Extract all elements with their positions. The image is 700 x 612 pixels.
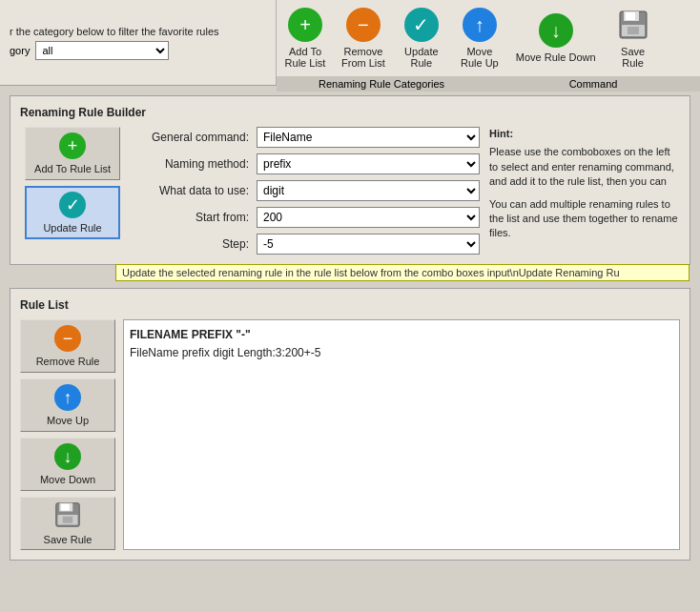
svg-rect-2 — [626, 12, 635, 20]
start-from-row: Start from: 200 — [134, 207, 480, 228]
move-rule-up-toolbar-button[interactable]: ↑ MoveRule Up — [451, 4, 508, 72]
remove-rule-button[interactable]: − Remove Rule — [20, 319, 115, 373]
move-up-btn-icon: ↑ — [54, 384, 81, 411]
save-rule-btn-label: Save Rule — [44, 534, 93, 545]
general-command-label: General command: — [134, 131, 249, 144]
move-up-label: Move Up — [47, 415, 89, 426]
update-rule-btn-label: Update Rule — [43, 222, 101, 234]
toolbar-commands-group: + Add ToRule List − RemoveFrom List ✓ Up… — [277, 0, 700, 85]
save-rule-toolbar-button[interactable]: SaveRule — [605, 4, 662, 72]
move-rule-down-toolbar-button[interactable]: ↓ Move Rule Down — [508, 10, 604, 67]
add-icon: + — [288, 8, 322, 42]
move-down-icon: ↓ — [539, 13, 573, 48]
move-rule-down-label: Move Rule Down — [516, 51, 596, 63]
move-down-label: Move Down — [40, 474, 95, 485]
hint-text-1: Please use the comboboxes on the left to… — [489, 145, 680, 189]
move-rule-up-label: MoveRule Up — [461, 46, 499, 69]
what-data-row: What data to use: digit — [134, 180, 480, 201]
update-btn-icon: ✓ — [59, 192, 86, 218]
builder-body: + Add To Rule List ✓ Update Rule General… — [20, 127, 680, 255]
start-from-label: Start from: — [134, 211, 249, 224]
move-up-button[interactable]: ↑ Move Up — [20, 378, 115, 432]
add-to-rule-list-label: Add ToRule List — [285, 46, 326, 69]
filter-row: gory all — [10, 41, 266, 60]
command-label: Command — [486, 76, 700, 92]
toolbar-section-labels: Renaming Rule Categories Command — [277, 76, 700, 92]
remove-icon: − — [346, 8, 381, 42]
rule-list-section: Rule List − Remove Rule ↑ Move Up ↓ Move… — [10, 288, 690, 561]
rule-list-buttons: − Remove Rule ↑ Move Up ↓ Move Down — [20, 319, 115, 550]
svg-rect-4 — [628, 27, 639, 34]
rule-entry: FILENAME PREFIX "-" — [130, 326, 673, 344]
rule-list-body: − Remove Rule ↑ Move Up ↓ Move Down — [20, 319, 680, 550]
hint-text-2: You can add multiple renaming rules to t… — [489, 197, 680, 241]
naming-method-select[interactable]: prefix — [257, 153, 480, 174]
add-to-rule-list-toolbar-button[interactable]: + Add ToRule List — [277, 4, 334, 72]
move-down-button[interactable]: ↓ Move Down — [20, 438, 115, 491]
step-select[interactable]: -5 — [257, 234, 480, 255]
builder-form: General command: FileName Naming method:… — [134, 127, 480, 255]
naming-method-label: Naming method: — [134, 157, 249, 171]
add-btn-icon: + — [59, 133, 86, 159]
svg-rect-7 — [61, 504, 70, 511]
update-rule-toolbar-button[interactable]: ✓ UpdateRule — [393, 4, 450, 72]
remove-from-list-label: RemoveFrom List — [341, 46, 385, 69]
save-rule-button[interactable]: Save Rule — [20, 497, 115, 550]
add-to-rule-list-btn-label: Add To Rule List — [34, 163, 111, 174]
update-icon: ✓ — [404, 8, 439, 42]
general-command-row: General command: FileName — [134, 127, 480, 148]
hint-title: Hint: — [489, 127, 680, 141]
remove-rule-label: Remove Rule — [36, 356, 100, 367]
renaming-rule-categories-label: Renaming Rule Categories — [277, 76, 486, 92]
move-up-icon: ↑ — [463, 8, 497, 42]
what-data-select[interactable]: digit — [257, 180, 480, 201]
filter-label: gory — [10, 45, 30, 56]
rule-builder-title: Renaming Rule Builder — [20, 106, 680, 119]
step-row: Step: -5 — [134, 234, 480, 255]
remove-from-list-toolbar-button[interactable]: − RemoveFrom List — [334, 4, 393, 72]
what-data-label: What data to use: — [134, 184, 249, 197]
rule-detail: FileName prefix digit Length:3:200+-5 — [130, 344, 673, 362]
rule-builder: Renaming Rule Builder + Add To Rule List… — [10, 95, 690, 265]
remove-rule-icon: − — [54, 325, 81, 352]
filter-text: r the category below to filter the favor… — [10, 26, 266, 37]
builder-left-buttons: + Add To Rule List ✓ Update Rule — [20, 127, 125, 255]
svg-rect-9 — [63, 517, 73, 523]
main-content: Renaming Rule Builder + Add To Rule List… — [0, 86, 700, 570]
hint-box: Hint: Please use the comboboxes on the l… — [489, 127, 680, 255]
category-filter-select[interactable]: all — [35, 41, 169, 60]
tooltip-text: Update the selected renaming rule in the… — [122, 267, 620, 278]
save-icon — [616, 8, 650, 42]
naming-method-row: Naming method: prefix — [134, 153, 480, 174]
top-toolbar: r the category below to filter the favor… — [0, 0, 700, 86]
rule-list-area[interactable]: FILENAME PREFIX "-" FileName prefix digi… — [123, 319, 680, 550]
tooltip-bar: Update the selected renaming rule in the… — [115, 264, 690, 281]
add-to-rule-list-button[interactable]: + Add To Rule List — [25, 127, 120, 180]
toolbar-left: r the category below to filter the favor… — [0, 0, 277, 85]
update-rule-label: UpdateRule — [404, 46, 438, 69]
update-rule-button[interactable]: ✓ Update Rule — [25, 186, 120, 239]
move-down-btn-icon: ↓ — [54, 443, 81, 470]
general-command-select[interactable]: FileName — [257, 127, 480, 148]
save-rule-btn-icon — [54, 501, 81, 530]
save-rule-label: SaveRule — [621, 46, 645, 69]
rule-list-title: Rule List — [20, 298, 680, 312]
start-from-select[interactable]: 200 — [257, 207, 480, 228]
step-label: Step: — [134, 237, 249, 251]
toolbar-commands: + Add ToRule List − RemoveFrom List ✓ Up… — [277, 0, 700, 76]
